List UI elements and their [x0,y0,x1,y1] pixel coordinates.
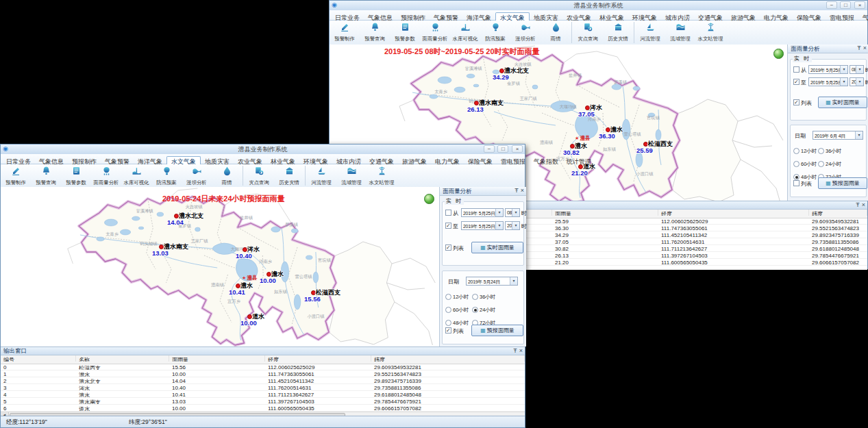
toolbar-button[interactable]: 水库可视化 [450,21,480,45]
minimize-button[interactable]: − [484,145,495,153]
restore-button[interactable]: □ [840,1,851,9]
station-dot[interactable] [499,68,504,73]
restore-button[interactable]: □ [497,145,508,153]
close-button[interactable]: × [512,145,523,153]
from-hour-select[interactable]: 08▾ [850,65,864,74]
toolbar-button[interactable]: 流域管理 [336,164,367,187]
toolbar-button[interactable]: 面雨量分析 [420,21,450,45]
map-tool-button[interactable] [773,49,784,59]
from-date-select[interactable]: 2019年 5月25日▾ [461,208,504,217]
toolbar-button[interactable]: 灾点查询 [573,21,603,45]
output-dock-header[interactable]: 输出窗口 Ŧ× [1,347,525,355]
toolbar-button[interactable]: 河流管理 [635,21,665,45]
station-dot[interactable] [159,244,164,249]
title-bar[interactable]: ◉ 澧县业务制作系统 − □ × [330,1,867,11]
to-date-select[interactable]: 2019年 5月25日▾ [461,221,504,230]
to-hour-select[interactable]: 20▾ [505,221,520,230]
table-row[interactable]: 1澹水10.00111.74736305506129.5521563474823 [1,370,525,377]
station-dot[interactable] [311,290,316,295]
duration-radio[interactable]: 36小时 [472,290,499,303]
map-canvas[interactable]: 2019-05-24日未来24小时预报面雨量 甘溪滩镇火连坡镇太青乡金罗镇码头铺… [1,187,439,347]
close-icon[interactable]: × [519,347,523,354]
forecast-rainfall-button[interactable]: ▦预报面雨量 [471,325,523,336]
table-row[interactable]: 4澧水10.41111.71121364262729.6188012485048 [1,391,525,398]
duration-radio[interactable]: 24小时 [818,158,843,171]
toolbar-button[interactable]: 预警制作 [330,21,360,45]
toolbar-button[interactable]: 水库可视化 [121,164,151,187]
pin-icon[interactable]: Ŧ [857,45,861,51]
pin-icon[interactable]: Ŧ [514,187,519,194]
station-dot[interactable] [585,105,590,110]
from-checkbox[interactable]: ✓ [793,66,799,73]
toolbar-button[interactable]: 漫坝分析 [182,164,212,187]
toolbar-button[interactable]: 预警查询 [31,164,61,187]
close-icon[interactable]: × [862,201,865,208]
toolbar-button[interactable]: 历史灾情 [274,164,304,187]
app-window-forecast[interactable]: ◉ 澧县业务制作系统 − □ × 日常业务气象信息预报制作气象预警海洋气象水文气… [0,144,525,428]
station-dot[interactable] [247,314,252,319]
close-button[interactable]: × [854,1,865,9]
to-checkbox[interactable]: ✓ [793,79,799,85]
forecast-rainfall-button[interactable]: ▦预报面雨量 [818,177,867,189]
duration-radio[interactable]: 36小时 [818,144,843,158]
from-hour-select[interactable]: 08▾ [505,208,520,217]
panel-header[interactable]: 面雨量分析 Ŧ× [440,187,526,196]
title-bar[interactable]: ◉ 澧县业务制作系统 − □ × [1,144,525,155]
forecast-list-checkbox[interactable]: ✓ [445,327,451,333]
station-dot[interactable] [236,284,240,288]
menu-tab[interactable]: 气象指数 [530,157,562,167]
table-row[interactable]: 0松滋西支15.56112.00602562502929.60935495322… [1,364,525,370]
toolbar-button[interactable]: 防汛预案 [480,21,510,45]
toolbar-button[interactable]: 水文站管理 [367,164,397,187]
duration-radio[interactable]: 60小时 [793,158,818,171]
to-date-select[interactable]: 2019年 5月25日▾ [808,77,848,86]
close-icon[interactable]: × [863,45,867,51]
station-dot[interactable] [243,247,247,252]
menu-tab[interactable]: 统计管理 [562,157,595,167]
toolbar-button[interactable]: 灾点查询 [244,164,274,187]
minimize-button[interactable]: − [826,1,837,9]
toolbar-button[interactable]: 预警参数 [61,164,91,187]
duration-radio[interactable]: 60小时 [445,303,472,316]
duration-radio[interactable]: 12小时 [793,144,818,158]
toolbar-button[interactable]: 预警参数 [390,21,420,45]
realtime-rainfall-button[interactable]: ▦实时面雨量 [471,242,523,253]
station-dot[interactable] [570,144,575,149]
forecast-date-select[interactable]: 2019年 6月 4日▾ [813,131,863,140]
toolbar-button[interactable]: 预警制作 [1,164,31,187]
toolbar-button[interactable]: 历史灾情 [603,21,633,45]
forecast-date-select[interactable]: 2019年 5月24日▾ [466,277,518,286]
toolbar-button[interactable]: 预警查询 [360,21,390,45]
forecast-list-checkbox[interactable]: ✓ [793,180,799,186]
pin-icon[interactable]: Ŧ [513,347,517,354]
from-date-select[interactable]: 2019年 5月25日▾ [808,65,848,74]
station-dot[interactable] [643,142,648,147]
toolbar-button[interactable]: 漫坝分析 [510,21,541,45]
toolbar-button[interactable]: 雨情 [212,164,242,187]
station-dot[interactable] [266,272,271,277]
from-checkbox[interactable]: ✓ [445,210,451,216]
realtime-list-checkbox[interactable]: ✓ [445,244,451,251]
duration-radio[interactable]: 12小时 [445,290,472,303]
toolbar-button[interactable]: 水文站管理 [695,21,726,45]
panel-header[interactable]: 面雨量分析 Ŧ× [788,45,868,53]
table-row[interactable]: 3涔水10.40111.7620051463129.7358811355086 [1,384,525,391]
table-row[interactable]: 5澧水南支13.03111.39726710450329.78544766759… [1,398,525,405]
station-dot[interactable] [606,127,610,132]
close-icon[interactable]: × [521,187,524,194]
toolbar-button[interactable]: 河流管理 [306,164,336,187]
pin-icon[interactable]: Ŧ [856,201,860,208]
realtime-rainfall-button[interactable]: ▦实时面雨量 [818,97,867,108]
station-dot[interactable] [174,214,179,218]
station-dot[interactable] [474,101,479,105]
duration-radio[interactable]: 24小时 [472,303,499,316]
realtime-list-checkbox[interactable]: ✓ [793,99,799,105]
toolbar-button[interactable]: 防汛预案 [151,164,182,187]
toolbar-button[interactable]: 流域管理 [665,21,695,45]
to-checkbox[interactable]: ✓ [445,223,451,229]
table-row[interactable]: 2澧水北支14.04111.45210541134229.89234757163… [1,377,525,384]
to-hour-select[interactable]: 20▾ [850,77,864,86]
toolbar-button[interactable]: 雨情 [541,21,571,45]
map-tool-button[interactable] [424,194,434,204]
toolbar-button[interactable]: 面雨量分析 [91,164,121,187]
